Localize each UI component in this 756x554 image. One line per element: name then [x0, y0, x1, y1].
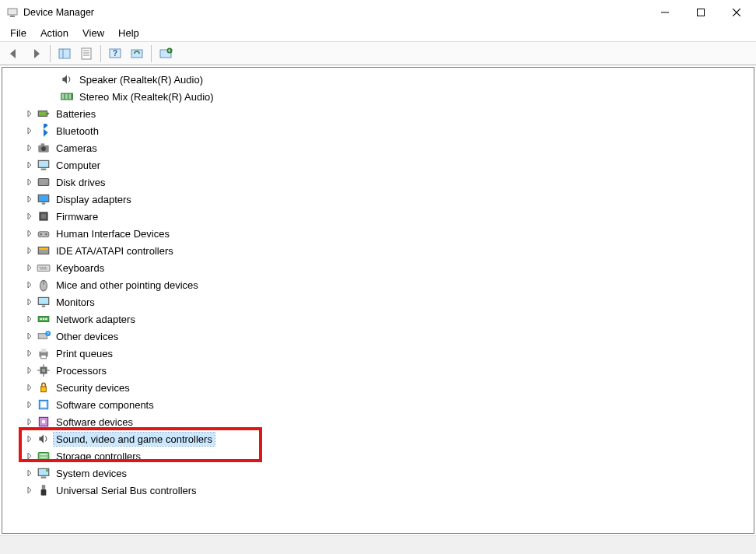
- tree-item-other[interactable]: ?Other devices: [2, 328, 754, 345]
- tree-item-security[interactable]: Security devices: [2, 379, 754, 396]
- forward-button[interactable]: [26, 44, 45, 63]
- monitor-icon: [37, 295, 51, 309]
- tree-item-sw-devices[interactable]: Software devices: [2, 413, 754, 430]
- tree-item-stereo-mix[interactable]: Stereo Mix (Realtek(R) Audio): [2, 88, 754, 105]
- svg-rect-38: [39, 248, 47, 250]
- system-icon: [37, 466, 51, 480]
- expand-icon[interactable]: [24, 211, 35, 222]
- expand-icon[interactable]: [24, 279, 35, 290]
- tree-item-firmware[interactable]: Firmware: [2, 208, 754, 225]
- tree-item-computer[interactable]: Computer: [2, 156, 754, 174]
- tree-item-speaker[interactable]: Speaker (Realtek(R) Audio): [2, 71, 754, 88]
- expand-icon[interactable]: [24, 451, 35, 461]
- expand-icon[interactable]: [24, 331, 35, 342]
- tree-item-mice[interactable]: Mice and other pointing devices: [2, 276, 754, 293]
- tree-item-system[interactable]: System devices: [2, 465, 754, 482]
- expand-icon[interactable]: [24, 262, 35, 273]
- expand-icon[interactable]: [24, 382, 35, 393]
- expand-icon[interactable]: [24, 108, 35, 119]
- computer-icon: [37, 158, 51, 172]
- menu-file[interactable]: File: [3, 25, 33, 42]
- tree-item-label: Keyboards: [54, 261, 107, 275]
- back-button[interactable]: [5, 44, 23, 63]
- expand-icon[interactable]: [24, 468, 35, 479]
- expand-icon[interactable]: [24, 314, 35, 324]
- ide-icon: [37, 244, 51, 258]
- svg-rect-42: [44, 267, 46, 268]
- svg-rect-56: [41, 349, 47, 352]
- tree-item-display-adapters[interactable]: Display adapters: [2, 191, 754, 208]
- tree-item-usb[interactable]: Universal Serial Bus controllers: [2, 482, 754, 499]
- svg-rect-18: [61, 94, 64, 100]
- tree-item-bluetooth[interactable]: Bluetooth: [2, 122, 754, 139]
- device-manager-icon: [6, 6, 19, 19]
- expand-icon[interactable]: [24, 125, 35, 136]
- svg-rect-33: [41, 214, 47, 219]
- tree-item-print-queues[interactable]: Print queues: [2, 345, 754, 362]
- tree-item-label: IDE ATA/ATAPI controllers: [54, 244, 176, 258]
- network-icon: [37, 312, 51, 326]
- cpu-icon: [37, 363, 51, 377]
- expand-icon[interactable]: [24, 365, 35, 376]
- tree-item-batteries[interactable]: Batteries: [2, 105, 754, 122]
- expand-icon[interactable]: [24, 296, 35, 307]
- expand-icon[interactable]: [24, 142, 35, 153]
- tree-item-disk-drives[interactable]: Disk drives: [2, 174, 754, 191]
- expand-icon[interactable]: [24, 399, 35, 410]
- svg-point-29: [46, 183, 47, 184]
- svg-rect-25: [41, 143, 45, 146]
- expand-icon[interactable]: [24, 160, 35, 170]
- tree-item-label: Software components: [54, 398, 156, 412]
- expand-icon[interactable]: [24, 485, 35, 496]
- expand-icon[interactable]: [24, 348, 35, 359]
- svg-rect-69: [38, 453, 49, 460]
- svg-rect-19: [65, 94, 68, 100]
- tree-item-cameras[interactable]: Cameras: [2, 139, 754, 156]
- firmware-icon: [37, 209, 51, 223]
- tree-item-ide[interactable]: IDE ATA/ATAPI controllers: [2, 242, 754, 259]
- tree-item-label: Bluetooth: [54, 124, 101, 138]
- menu-view[interactable]: View: [75, 25, 111, 42]
- update-driver-button[interactable]: [156, 44, 175, 63]
- tree-item-monitors[interactable]: Monitors: [2, 293, 754, 310]
- expand-icon[interactable]: [24, 177, 35, 188]
- tree-item-label: Cameras: [54, 142, 100, 155]
- close-button[interactable]: [719, 0, 754, 25]
- expand-icon[interactable]: [24, 245, 35, 256]
- tree-item-label: Processors: [54, 364, 109, 377]
- svg-rect-46: [38, 297, 49, 304]
- tree-item-label: Sound, video and game controllers: [54, 433, 215, 446]
- tree-item-sound[interactable]: Sound, video and game controllers: [2, 430, 754, 447]
- help-button[interactable]: ?: [106, 44, 124, 63]
- display-icon: [37, 192, 51, 206]
- tree-item-hid[interactable]: Human Interface Devices: [2, 225, 754, 242]
- svg-rect-51: [45, 318, 47, 320]
- expand-icon[interactable]: [24, 228, 35, 239]
- svg-rect-0: [8, 9, 17, 15]
- menu-help[interactable]: Help: [111, 25, 146, 42]
- svg-rect-6: [59, 49, 70, 58]
- menu-action[interactable]: Action: [33, 25, 75, 42]
- tree-item-storage[interactable]: Storage controllers: [2, 447, 754, 465]
- svg-rect-49: [40, 318, 42, 320]
- expand-icon[interactable]: [24, 433, 35, 444]
- minimize-button[interactable]: [647, 0, 683, 25]
- expand-icon[interactable]: [24, 416, 35, 427]
- tree-item-sw-components[interactable]: Software components: [2, 396, 754, 413]
- svg-rect-40: [39, 267, 40, 268]
- expand-icon[interactable]: [24, 194, 35, 205]
- tree-item-processors[interactable]: Processors: [2, 362, 754, 379]
- device-tree[interactable]: Speaker (Realtek(R) Audio)Stereo Mix (Re…: [2, 68, 754, 533]
- tree-item-network[interactable]: Network adapters: [2, 310, 754, 328]
- tree-item-keyboards[interactable]: Keyboards: [2, 259, 754, 276]
- mouse-icon: [37, 278, 51, 292]
- properties-button[interactable]: [77, 44, 96, 63]
- scan-hardware-button[interactable]: [128, 44, 146, 63]
- tree-item-label: Storage controllers: [54, 450, 143, 463]
- maximize-button[interactable]: [683, 0, 719, 25]
- show-hide-console-tree-button[interactable]: [55, 44, 74, 63]
- svg-rect-66: [41, 402, 47, 408]
- svg-rect-76: [41, 489, 47, 496]
- printer-icon: [37, 346, 51, 360]
- svg-rect-20: [68, 94, 71, 100]
